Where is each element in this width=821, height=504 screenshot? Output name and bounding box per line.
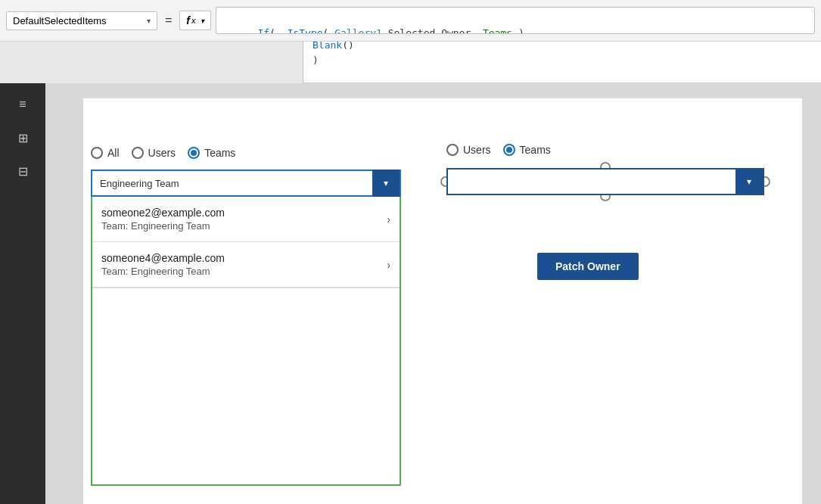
- teams-dropdown-arrow: ▾: [735, 170, 763, 194]
- patch-owner-button[interactable]: Patch Owner: [537, 253, 639, 280]
- radio-all-label: All: [107, 147, 120, 159]
- property-dropdown-chevron: ▾: [147, 17, 151, 25]
- gallery-item-0[interactable]: someone2@example.com Team: Engineering T…: [92, 197, 400, 242]
- gallery-item-1-chevron: ›: [387, 259, 390, 271]
- right-radio-teams[interactable]: Teams: [503, 144, 551, 156]
- gallery-item-1-email: someone4@example.com: [101, 252, 225, 264]
- teams-dropdown[interactable]: ▾: [446, 168, 764, 195]
- formula-input[interactable]: If( IsType( Gallery1.Selected.Owner, Tea…: [216, 7, 815, 34]
- team-dropdown-value: Engineering Team: [100, 178, 179, 189]
- radio-all[interactable]: All: [91, 147, 120, 159]
- radio-all-circle: [91, 147, 103, 159]
- main-canvas: All Users Teams Engineering Team ▾: [45, 83, 821, 504]
- gallery-item-1[interactable]: someone4@example.com Team: Engineering T…: [92, 242, 400, 288]
- radio-teams[interactable]: Teams: [188, 147, 235, 159]
- fx-label: f: [186, 14, 190, 26]
- sidebar-icon-menu[interactable]: ≡: [9, 91, 36, 118]
- radio-users-label: Users: [148, 147, 176, 159]
- right-radio-users[interactable]: Users: [446, 144, 491, 156]
- right-radio-users-circle: [446, 144, 459, 156]
- gallery-item-0-team: Team: Engineering Team: [101, 220, 225, 232]
- app-right-panel: Users Teams ▾ Patch Owner: [446, 144, 779, 280]
- app-canvas: All Users Teams Engineering Team ▾: [83, 98, 802, 504]
- right-radio-teams-label: Teams: [520, 144, 551, 156]
- gallery-item-0-chevron: ›: [387, 213, 390, 226]
- gallery-item-1-team: Team: Engineering Team: [101, 266, 225, 277]
- radio-teams-label: Teams: [204, 147, 235, 159]
- property-dropdown-label: DefaultSelectedItems: [13, 15, 107, 26]
- left-sidebar: ≡ ⊞ ⊟: [0, 83, 45, 504]
- team-dropdown[interactable]: Engineering Team ▾: [91, 170, 401, 197]
- right-radio-teams-circle: [503, 144, 515, 156]
- formula-bar: DefaultSelectedItems ▾ = fx ▾ If( IsType…: [0, 0, 821, 42]
- sidebar-icon-insert[interactable]: ⊞: [9, 124, 36, 151]
- gallery-item-0-email: someone2@example.com: [101, 207, 225, 219]
- team-dropdown-arrow: ▾: [372, 170, 400, 197]
- property-dropdown[interactable]: DefaultSelectedItems ▾: [6, 11, 157, 30]
- gallery-empty-area: [92, 288, 400, 484]
- radio-teams-circle: [188, 147, 200, 159]
- right-radio-users-label: Users: [463, 144, 491, 156]
- slider-container: ▾: [446, 168, 764, 195]
- right-radio-group: Users Teams: [446, 144, 779, 156]
- radio-users[interactable]: Users: [132, 147, 176, 159]
- equals-sign: =: [162, 14, 175, 27]
- sidebar-icon-grid[interactable]: ⊟: [9, 157, 36, 185]
- left-radio-group: All Users Teams: [91, 144, 424, 162]
- gallery-list: someone2@example.com Team: Engineering T…: [91, 197, 401, 486]
- radio-users-circle: [132, 147, 144, 159]
- fx-button[interactable]: fx ▾: [179, 11, 210, 30]
- formula-code: If( IsType( Gallery1.Selected.Owner, Tea…: [222, 11, 808, 34]
- fx-chevron: ▾: [201, 17, 204, 25]
- app-left-panel: All Users Teams Engineering Team ▾: [91, 144, 424, 486]
